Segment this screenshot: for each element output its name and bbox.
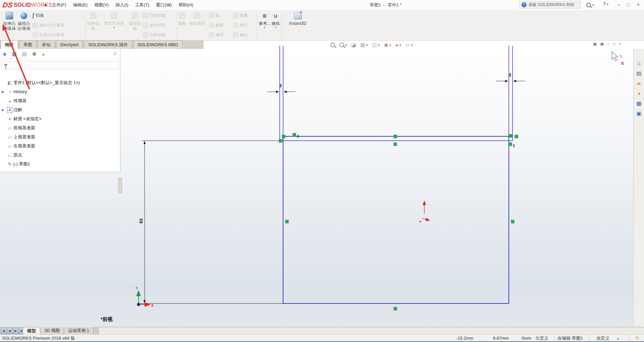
shell-button[interactable]: 抽壳 — [209, 31, 230, 38]
search-placeholder: 搜索 SOLIDWORKS 帮助 — [529, 2, 574, 8]
menu-insert[interactable]: 插入(I) — [112, 0, 131, 10]
swept-boss-button[interactable]: ∫ 扫描 — [33, 12, 83, 19]
tree-item-material[interactable]: ≡ 材质 <未指定> — [0, 114, 120, 123]
hole-wizard-dropdown-icon[interactable]: ▾ — [113, 26, 115, 29]
curves-button[interactable]: ∪ 曲线 ▾ — [271, 10, 280, 40]
restore-button[interactable]: □ — [624, 0, 633, 9]
boundary-boss-button[interactable]: 边界凸台/基体 — [33, 31, 83, 38]
menu-edit[interactable]: 编辑(E) — [70, 0, 91, 10]
lofted-boss-button[interactable]: 放样凸台/基体 — [33, 22, 83, 28]
menu-file[interactable]: 文件(F) — [49, 0, 70, 10]
tree-item-origin[interactable]: ∟ 原点 — [0, 150, 120, 159]
lofted-cut-button[interactable]: 放样切割 — [143, 22, 174, 28]
tab-model[interactable]: 模型 — [23, 327, 40, 334]
instant3d-button[interactable]: ↗ Instant3D — [283, 10, 313, 40]
displaymanager-icon[interactable]: ◕ — [42, 51, 45, 57]
reference-group: ⊕ 参考... ▾ ∪ 曲线 ▾ — [258, 10, 280, 40]
tree-item-sensors[interactable]: ◒ 传感器 — [0, 96, 120, 105]
sketch-rectangle[interactable] — [283, 136, 509, 303]
axis-y-label: Y — [136, 286, 138, 290]
intersect-button[interactable]: 相交 — [233, 22, 255, 28]
rib-button[interactable]: 筋 — [209, 12, 230, 19]
search-help-icon: ? — [522, 2, 527, 7]
boundary-cut-button[interactable]: 边界切除 — [143, 31, 174, 38]
task-pane-bar: ⌂ ▤ ▰ ◕ ▦ ▣ — [633, 49, 644, 327]
menu-window[interactable]: 窗口(W) — [153, 0, 175, 10]
mirror-icon — [233, 32, 238, 38]
cursor-deny-icon: × — [621, 60, 625, 67]
tree-item-front-plane[interactable]: ▱ 前视基准面 — [0, 123, 120, 132]
close-button[interactable]: × — [634, 0, 643, 9]
first-tab-button[interactable]: ◀ — [1, 328, 6, 334]
help-icon: ? — [603, 1, 606, 7]
plane-icon: ▱ — [6, 125, 13, 131]
dimension-height[interactable]: 83 — [139, 219, 144, 223]
help-dropdown-icon[interactable]: ▾ — [607, 2, 608, 6]
tab-3d-views[interactable]: 3D 视图 — [40, 327, 64, 334]
search-input[interactable]: ? 搜索 SOLIDWORKS 帮助 — [519, 1, 581, 9]
ribbon-separator — [85, 11, 86, 39]
swept-cut-button[interactable]: 扫描切除 — [143, 12, 174, 19]
hole-wizard-button[interactable]: 异型孔向导 ▾ — [100, 10, 128, 40]
view-orientation-label: *前视 — [101, 316, 113, 323]
prev-tab-button[interactable]: ◀ — [7, 328, 12, 334]
menu-view[interactable]: 视图(V) — [91, 0, 112, 10]
origin-icon: ∟ — [6, 152, 13, 158]
reference-geometry-button[interactable]: ⊕ 参考... ▾ — [258, 10, 271, 40]
expand-icon[interactable]: ▶ — [0, 108, 6, 112]
fillet-icon — [179, 13, 185, 19]
main-menu: 文件(F) 编辑(E) 视图(V) 插入(I) 工具(T) 窗口(W) 帮助(H… — [49, 0, 197, 10]
linear-pattern-icon — [194, 13, 200, 19]
menu-collapse-icon[interactable]: ◀ — [44, 3, 46, 7]
units-selector[interactable]: 自定义 — [596, 335, 609, 342]
view-palette-icon[interactable]: ▦ — [634, 98, 644, 109]
help-button[interactable]: ? ▾ — [603, 1, 608, 7]
tree-item-top-plane[interactable]: ▱ 上视基准面 — [0, 132, 120, 141]
wrap-button[interactable]: 包覆 — [233, 12, 255, 19]
sketch-channel-lines[interactable] — [280, 46, 513, 141]
tag-pencil-icon[interactable]: ✎ — [635, 335, 640, 342]
extruded-cut-icon — [90, 13, 96, 19]
draft-button[interactable]: 拔模 — [209, 22, 230, 28]
sketch-canvas[interactable]: 2 2 83 3 3 ∗ Y X — [121, 40, 633, 327]
units-dropdown-icon[interactable]: ▴ — [617, 335, 619, 342]
linear-pattern-button[interactable]: 线性阵列 — [187, 10, 208, 40]
dimension-top-right[interactable]: 2 — [509, 72, 511, 77]
custom-properties-icon[interactable]: ▣ — [634, 109, 644, 119]
minimize-button[interactable]: – — [614, 0, 623, 9]
tree-item-annotations[interactable]: ▶ A 注解 — [0, 105, 120, 114]
sketch-icon: ✎ — [6, 161, 13, 167]
document-title: 草图1 ← 零件1 * — [319, 0, 453, 10]
revolved-cut-button[interactable]: 旋转切 除 — [128, 10, 142, 40]
sketch-relations[interactable] — [279, 133, 518, 310]
tab-motion-study[interactable]: 运动算例 1 — [64, 327, 94, 334]
appearances-icon[interactable]: ◕ — [634, 88, 644, 98]
dimension-top-left[interactable]: 2 — [279, 83, 282, 88]
features-ribbon: 拉伸凸 台/基体 旋转凸 台/基体 ∫ 扫描 放样凸台/基体 边 — [0, 10, 644, 41]
next-tab-button[interactable]: ▶ — [13, 328, 18, 334]
menu-tools[interactable]: 工具(T) — [132, 0, 153, 10]
sketch-state-label: 欠定义 — [535, 335, 548, 342]
relation-badge-right: 3 — [513, 144, 515, 148]
sw-resources-icon[interactable]: ⌂ — [634, 58, 644, 68]
tree-item-sketch1[interactable]: ✎ (-) 草图1 — [0, 159, 120, 168]
curves-dropdown-icon[interactable]: ▾ — [275, 26, 276, 29]
search-button[interactable]: ▾ — [586, 2, 600, 8]
reference-dropdown-icon[interactable]: ▾ — [264, 26, 265, 29]
menu-help[interactable]: 帮助(H) — [175, 0, 197, 10]
fillet-button[interactable]: 圆角 — [177, 10, 187, 40]
cursor-pencil-icon: ✎ — [619, 54, 623, 59]
file-explorer-icon[interactable]: ▰ — [634, 78, 644, 88]
extruded-cut-button[interactable]: 拉伸切 除 — [87, 10, 100, 40]
instant3d-group: ↗ Instant3D — [283, 10, 313, 40]
reference-geometry-icon: ⊕ — [262, 12, 267, 19]
search-dropdown-icon[interactable]: ▾ — [592, 3, 594, 7]
panel-splitter-handle[interactable] — [118, 178, 122, 193]
search-icon — [586, 3, 591, 7]
tree-item-right-plane[interactable]: ▱ 右视基准面 — [0, 141, 120, 150]
design-library-icon[interactable]: ▤ — [634, 68, 644, 78]
tab-evaluate[interactable]: 评估 — [38, 40, 55, 49]
tab-dimxpert[interactable]: DimXpert — [56, 40, 83, 49]
panel-expand-chevron[interactable]: ▷ — [114, 51, 117, 56]
mirror-button[interactable]: 镜向 — [233, 31, 255, 38]
